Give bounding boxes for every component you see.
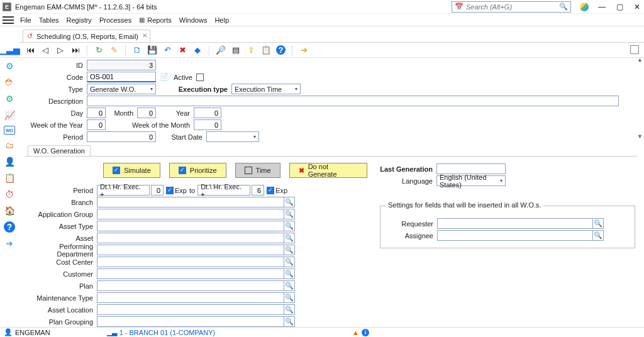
clipboard-icon[interactable]: 📋 — [261, 45, 271, 55]
lookup-input[interactable] — [97, 209, 284, 219]
requester-lookup[interactable]: 🔍 — [437, 218, 604, 229]
lookup-icon[interactable]: 🔍 — [284, 197, 295, 207]
period-field[interactable] — [87, 131, 156, 142]
exp1-checkbox[interactable] — [166, 187, 174, 194]
assignee-lookup[interactable]: 🔍 — [437, 230, 604, 241]
lookup-plan[interactable]: 🔍 — [97, 280, 295, 291]
lang-combo[interactable]: English (United States)▾ — [436, 175, 506, 186]
lookup-input[interactable] — [97, 316, 284, 327]
assignee-input[interactable] — [437, 230, 592, 241]
status-branch[interactable]: ▁▃1 - BRANCH 01 (1-COMPANY) — [107, 328, 216, 336]
lookup-icon[interactable]: 🔍 — [284, 221, 295, 231]
lookup-plan-grouping[interactable]: 🔍 — [97, 316, 295, 327]
report-icon[interactable]: ▤ — [231, 45, 241, 55]
home-icon[interactable]: 🏠 — [4, 205, 15, 216]
lookup-icon[interactable]: 🔍 — [284, 209, 295, 219]
next-icon[interactable]: ▷ — [55, 45, 65, 55]
lastgen-field[interactable] — [436, 163, 506, 174]
year-field[interactable] — [194, 108, 221, 118]
day-field[interactable] — [87, 108, 106, 118]
weekyear-field[interactable] — [87, 119, 106, 130]
help-icon[interactable]: ? — [4, 221, 15, 233]
gear2-icon[interactable]: ⚙ — [4, 93, 15, 104]
stopwatch-icon[interactable]: ⏱ — [4, 189, 15, 200]
globe-icon[interactable] — [580, 3, 589, 11]
lookup-icon[interactable]: 🔍 — [284, 316, 295, 327]
clipboard-icon[interactable]: 📋 — [4, 172, 15, 184]
menu-processes[interactable]: Processes — [99, 16, 131, 24]
lookup-icon[interactable]: 🔍 — [284, 245, 295, 255]
filter-icon[interactable]: ◆ — [192, 45, 203, 55]
lookup-asset[interactable]: 🔍 — [97, 233, 295, 243]
save-icon[interactable]: 💾 — [147, 45, 157, 55]
menu-help[interactable]: Help — [214, 16, 229, 24]
close-button[interactable]: ✕ — [633, 3, 641, 11]
lookup-input[interactable] — [97, 221, 284, 231]
lookup-input[interactable] — [97, 245, 284, 255]
exit-icon[interactable]: ➜ — [299, 45, 309, 55]
lookup-input[interactable] — [97, 280, 284, 291]
type-combo[interactable]: Generate W.O.▾ — [87, 84, 156, 94]
lookup-asset-location[interactable]: 🔍 — [97, 304, 295, 315]
lookup-icon[interactable]: 🔍 — [284, 233, 295, 243]
lookup-cost-center[interactable]: 🔍 — [97, 257, 295, 267]
lookup-maintenance-type[interactable]: 🔍 — [97, 292, 295, 303]
help2-icon[interactable]: ? — [276, 45, 286, 55]
delete-icon[interactable]: ✖ — [177, 45, 187, 55]
maximize-button[interactable]: ▢ — [615, 3, 624, 11]
period-to-combo[interactable]: Dt.\ Hr. Exec. + — [197, 185, 250, 196]
requester-input[interactable] — [437, 218, 592, 229]
simulate-button[interactable]: Simulate — [103, 163, 160, 178]
gear-icon[interactable]: ⚙ — [4, 60, 15, 72]
exp2-checkbox[interactable] — [267, 187, 274, 194]
lookup-icon[interactable]: 🔍 — [592, 230, 604, 241]
startdate-combo[interactable]: ▾ — [206, 131, 259, 142]
hamburger-icon[interactable] — [3, 16, 14, 25]
last-icon[interactable]: ⏭ — [70, 45, 80, 55]
donot-generate-button[interactable]: ✖Do not Generate — [289, 163, 367, 178]
lookup-input[interactable] — [97, 304, 284, 315]
export-icon[interactable]: ⇪ — [246, 45, 256, 55]
prev-icon[interactable]: ◁ — [40, 45, 50, 55]
toolbar-right-box[interactable] — [630, 45, 639, 54]
undo-icon[interactable]: ↶ — [162, 45, 172, 55]
lookup-icon[interactable]: 🔍 — [284, 268, 295, 279]
global-search[interactable]: 📅 🔍 — [452, 1, 571, 13]
first-icon[interactable]: ⏮ — [25, 45, 35, 55]
new-icon[interactable]: 🗋 — [132, 45, 142, 55]
code-field[interactable] — [87, 72, 156, 82]
menu-registry[interactable]: Registry — [67, 16, 92, 24]
time-button[interactable]: Time — [235, 163, 280, 178]
search-icon[interactable]: 🔍 — [559, 3, 568, 11]
global-search-input[interactable] — [466, 3, 559, 11]
lookup-asset-type[interactable]: 🔍 — [97, 221, 295, 231]
collapse-up-icon[interactable]: ▲ — [637, 57, 643, 63]
warning-icon[interactable]: ▲ — [352, 329, 359, 336]
menu-windows[interactable]: Windows — [179, 16, 208, 24]
lookup-application-group[interactable]: 🔍 — [97, 209, 295, 219]
lookup-customer[interactable]: 🔍 — [97, 268, 295, 279]
lookup-icon[interactable]: 🔍 — [284, 304, 295, 315]
tab-close-icon[interactable]: ✕ — [142, 32, 147, 39]
lookup-icon[interactable]: 🔍 — [284, 292, 295, 303]
description-field[interactable] — [87, 96, 619, 106]
trend-icon[interactable]: 📈 — [4, 109, 15, 121]
exec-type-combo[interactable]: Execution Time▾ — [231, 84, 301, 94]
lookup-input[interactable] — [97, 292, 284, 303]
collapse-down-icon[interactable]: ▼ — [637, 133, 643, 140]
lookup-icon[interactable]: 🔍 — [284, 280, 295, 291]
hardhat-icon[interactable]: ⛑ — [4, 77, 15, 88]
layers-icon[interactable]: 🗂 — [4, 140, 15, 151]
menu-reports[interactable]: Reports — [139, 16, 172, 24]
person-icon[interactable]: 👤 — [4, 156, 15, 167]
active-checkbox[interactable] — [196, 74, 204, 81]
period-from-combo[interactable]: Dt.\ Hr. Exec. + — [97, 185, 150, 196]
code-copy-icon[interactable]: 📄 — [160, 73, 170, 81]
info-icon[interactable]: i — [362, 329, 369, 336]
prioritize-button[interactable]: Prioritize — [169, 163, 226, 178]
edit-icon[interactable]: ✎ — [109, 45, 119, 55]
tab-scheduling[interactable]: ↺ Scheduling (O.S, Reports, Email) ✕ — [23, 30, 150, 42]
lookup-input[interactable] — [97, 268, 284, 279]
id-field[interactable] — [87, 60, 156, 70]
lookup-input[interactable] — [97, 233, 284, 243]
